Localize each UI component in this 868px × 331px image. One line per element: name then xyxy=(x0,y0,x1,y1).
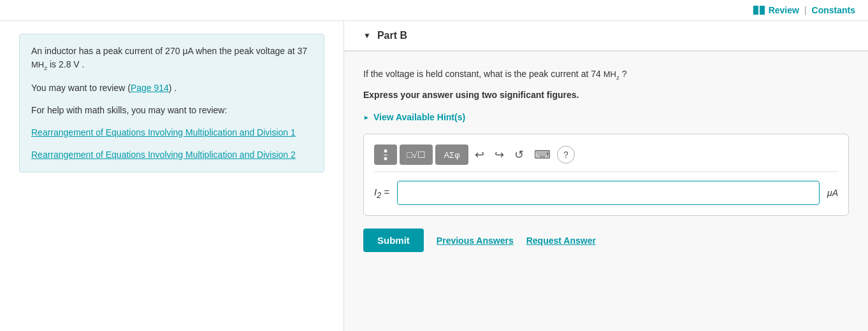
right-panel: ▼ Part B If the voltage is held constant… xyxy=(344,21,868,331)
math-help-text: For help with math skills, you may want … xyxy=(31,104,312,117)
rearrangement-link-1[interactable]: Rearrangement of Equations Involving Mul… xyxy=(31,127,296,137)
request-answer-link[interactable]: Request Answer xyxy=(526,236,596,246)
undo-icon: ↩ xyxy=(475,148,484,162)
review-icon xyxy=(753,6,765,15)
part-header: ▼ Part B xyxy=(344,21,868,52)
question-area: If the voltage is held constant, what is… xyxy=(344,52,868,274)
symbol-button[interactable]: ΑΣφ xyxy=(435,144,468,165)
constants-link[interactable]: Constants xyxy=(812,5,855,15)
help-button[interactable]: ? xyxy=(557,146,575,164)
keyboard-icon: ⌨ xyxy=(534,148,551,162)
reset-icon: ↺ xyxy=(514,148,524,162)
question-line1: If the voltage is held constant, what is… xyxy=(363,67,849,83)
left-panel: An inductor has a peak current of 270 μA… xyxy=(0,21,344,331)
previous-answers-link[interactable]: Previous Answers xyxy=(437,236,514,246)
part-title: Part B xyxy=(377,30,407,41)
input-label: I2 = xyxy=(374,187,389,200)
sqrt-icon: □√☐ xyxy=(407,150,425,160)
action-row: Submit Previous Answers Request Answer xyxy=(363,229,849,258)
rearrangement-link-2[interactable]: Rearrangement of Equations Involving Mul… xyxy=(31,150,296,160)
page-914-link[interactable]: Page 914 xyxy=(131,83,169,93)
hint-label: View Available Hint(s) xyxy=(373,112,465,122)
fraction-button[interactable]: ■ ■ xyxy=(374,144,397,165)
review-link[interactable]: Review xyxy=(753,5,799,15)
undo-button[interactable]: ↩ xyxy=(471,144,488,165)
redo-button[interactable]: ↪ xyxy=(491,144,508,165)
fraction-icon: ■ ■ xyxy=(384,148,387,162)
question-line2: Express your answer using two significan… xyxy=(363,88,849,102)
answer-container: ■ ■ □√☐ ΑΣφ ↩ ↪ xyxy=(363,134,849,216)
input-unit: μA xyxy=(827,188,838,198)
math-toolbar: ■ ■ □√☐ ΑΣφ ↩ ↪ xyxy=(374,144,838,172)
answer-input[interactable] xyxy=(397,181,820,205)
reset-button[interactable]: ↺ xyxy=(510,144,528,165)
part-chevron-icon[interactable]: ▼ xyxy=(363,31,371,40)
main-layout: An inductor has a peak current of 270 μA… xyxy=(0,21,868,331)
redo-icon: ↪ xyxy=(495,148,504,162)
pipe-divider: | xyxy=(804,5,807,15)
info-box: An inductor has a peak current of 270 μA… xyxy=(19,34,324,173)
hint-link[interactable]: ► View Available Hint(s) xyxy=(363,112,849,122)
input-row: I2 = μA xyxy=(374,181,838,205)
link2-paragraph: Rearrangement of Equations Involving Mul… xyxy=(31,148,312,162)
problem-statement: An inductor has a peak current of 270 μA… xyxy=(31,45,312,73)
review-label: Review xyxy=(769,5,799,15)
top-bar: Review | Constants xyxy=(0,0,868,21)
keyboard-button[interactable]: ⌨ xyxy=(530,144,554,165)
link1-paragraph: Rearrangement of Equations Involving Mul… xyxy=(31,126,312,139)
help-icon: ? xyxy=(563,150,568,160)
symbol-label: ΑΣφ xyxy=(444,150,459,160)
sqrt-button[interactable]: □√☐ xyxy=(400,144,433,165)
review-text: You may want to review (Page 914) . xyxy=(31,81,312,95)
submit-button[interactable]: Submit xyxy=(363,229,424,252)
hint-arrow-icon: ► xyxy=(363,114,370,121)
